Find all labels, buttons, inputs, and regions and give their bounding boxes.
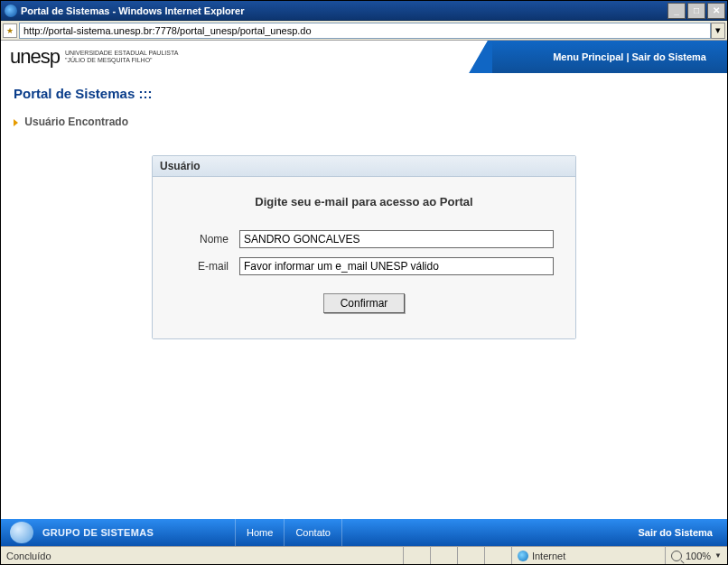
- status-slot-3: [458, 547, 485, 564]
- label-email: E-mail: [174, 260, 239, 273]
- row-email: E-mail: [174, 257, 554, 275]
- status-slot-2: [431, 547, 458, 564]
- status-slot-1: [404, 547, 431, 564]
- nav-separator: |: [626, 51, 629, 62]
- site-header: unesp UNIVERSIDADE ESTADUAL PAULISTA "JÚ…: [1, 41, 727, 73]
- zoom-value: 100%: [686, 551, 711, 561]
- site-footer: GRUPO DE SISTEMAS Home Contato Sair do S…: [1, 519, 727, 546]
- logo-text: unesp: [10, 45, 60, 69]
- window-controls: _ □ ✕: [667, 3, 727, 19]
- page-subtitle: Usuário Encontrado: [14, 116, 714, 128]
- address-input[interactable]: [19, 23, 711, 39]
- page-title: Portal de Sistemas :::: [14, 86, 714, 101]
- footer-sair-link[interactable]: Sair do Sistema: [638, 527, 713, 538]
- page-content: Portal de Sistemas ::: Usuário Encontrad…: [1, 73, 727, 519]
- minimize-button[interactable]: _: [667, 3, 686, 19]
- button-row: Confirmar: [174, 293, 554, 313]
- footer-home-link[interactable]: Home: [235, 519, 284, 546]
- chevron-down-icon: ▼: [714, 551, 722, 560]
- panel-heading: Usuário: [153, 156, 575, 177]
- status-slot-4: [485, 547, 512, 564]
- security-zone: Internet: [512, 547, 666, 564]
- internet-zone-icon: [518, 551, 528, 561]
- ie-icon: [5, 5, 17, 17]
- footer-contato-link[interactable]: Contato: [284, 519, 342, 546]
- chevron-down-icon: ▾: [715, 24, 721, 36]
- footer-title: GRUPO DE SISTEMAS: [42, 527, 154, 538]
- globe-icon: [10, 522, 33, 543]
- input-email[interactable]: [239, 257, 554, 275]
- nav-sair-sistema[interactable]: Sair do Sistema: [631, 51, 706, 62]
- maximize-button[interactable]: □: [687, 3, 705, 19]
- magnifier-icon: [671, 551, 682, 561]
- status-done: Concluído: [1, 547, 404, 564]
- close-button[interactable]: ✕: [707, 3, 725, 19]
- footer-nav: Home Contato: [235, 519, 342, 546]
- window-title: Portal de Sistemas - Windows Internet Ex…: [21, 5, 244, 16]
- label-nome: Nome: [174, 233, 239, 245]
- confirmar-button[interactable]: Confirmar: [323, 293, 406, 313]
- usuario-panel: Usuário Digite seu e-mail para acesso ao…: [152, 155, 576, 339]
- panel-instruction: Digite seu e-mail para acesso ao Portal: [174, 195, 554, 208]
- browser-viewport: unesp UNIVERSIDADE ESTADUAL PAULISTA "JÚ…: [1, 41, 727, 546]
- page-icon: ★: [3, 23, 17, 38]
- nav-menu-principal[interactable]: Menu Principal: [553, 51, 623, 62]
- input-nome[interactable]: [239, 230, 554, 248]
- zoom-control[interactable]: 100% ▼: [666, 551, 727, 561]
- header-nav: Menu Principal | Sair do Sistema: [492, 41, 727, 73]
- logo-subtitle: UNIVERSIDADE ESTADUAL PAULISTA "JÚLIO DE…: [65, 50, 178, 63]
- address-dropdown-button[interactable]: ▾: [711, 23, 725, 39]
- address-bar-row: ★ ▾: [1, 21, 727, 41]
- ie-status-bar: Concluído Internet 100% ▼: [1, 546, 727, 564]
- panel-body: Digite seu e-mail para acesso ao Portal …: [153, 177, 575, 338]
- window-titlebar: Portal de Sistemas - Windows Internet Ex…: [1, 1, 727, 21]
- logo-block: unesp UNIVERSIDADE ESTADUAL PAULISTA "JÚ…: [1, 45, 178, 69]
- footer-right: Sair do Sistema: [638, 527, 727, 538]
- triangle-icon: [14, 119, 18, 126]
- row-nome: Nome: [174, 230, 554, 248]
